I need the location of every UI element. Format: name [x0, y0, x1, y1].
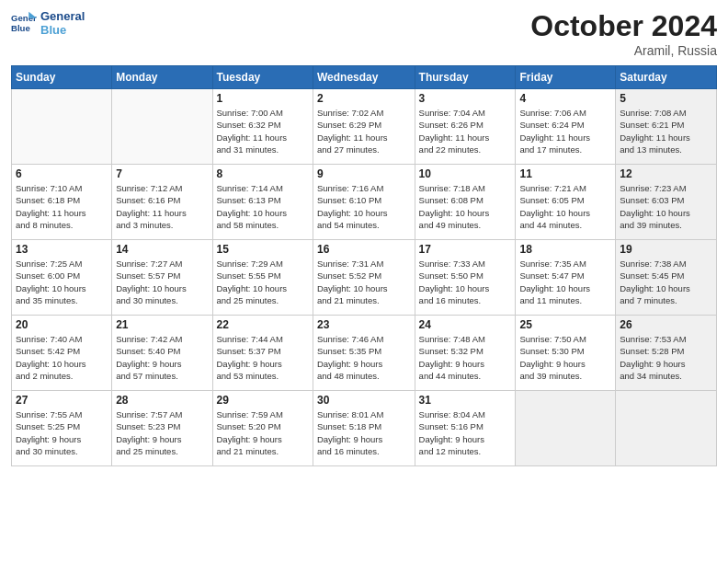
day-detail: Sunrise: 7:06 AM Sunset: 6:24 PM Dayligh… — [519, 107, 611, 155]
col-saturday: Saturday — [616, 66, 717, 89]
day-cell-4-1: 28Sunrise: 7:57 AM Sunset: 5:23 PM Dayli… — [112, 391, 212, 466]
page: General Blue General Blue October 2024 A… — [0, 0, 728, 563]
day-number: 6 — [16, 167, 108, 180]
day-cell-0-3: 2Sunrise: 7:02 AM Sunset: 6:29 PM Daylig… — [313, 89, 415, 165]
day-detail: Sunrise: 8:04 AM Sunset: 5:16 PM Dayligh… — [419, 408, 512, 457]
day-number: 16 — [317, 243, 411, 256]
day-number: 10 — [419, 167, 512, 180]
logo-icon: General Blue — [11, 10, 37, 36]
day-cell-3-5: 25Sunrise: 7:50 AM Sunset: 5:30 PM Dayli… — [516, 316, 616, 391]
day-detail: Sunrise: 7:18 AM Sunset: 6:08 PM Dayligh… — [419, 182, 512, 231]
day-cell-4-5 — [516, 391, 616, 466]
week-row-3: 13Sunrise: 7:25 AM Sunset: 6:00 PM Dayli… — [12, 240, 717, 316]
day-cell-2-2: 15Sunrise: 7:29 AM Sunset: 5:55 PM Dayli… — [212, 240, 313, 316]
day-detail: Sunrise: 7:46 AM Sunset: 5:35 PM Dayligh… — [317, 333, 411, 382]
day-detail: Sunrise: 7:40 AM Sunset: 5:42 PM Dayligh… — [16, 333, 108, 382]
day-detail: Sunrise: 7:00 AM Sunset: 6:32 PM Dayligh… — [217, 107, 309, 155]
day-cell-3-3: 23Sunrise: 7:46 AM Sunset: 5:35 PM Dayli… — [313, 316, 415, 391]
day-detail: Sunrise: 7:44 AM Sunset: 5:37 PM Dayligh… — [217, 333, 309, 382]
day-cell-2-6: 19Sunrise: 7:38 AM Sunset: 5:45 PM Dayli… — [616, 240, 717, 316]
day-number: 20 — [16, 318, 108, 331]
day-number: 25 — [519, 318, 611, 331]
day-cell-4-6 — [616, 391, 717, 466]
day-detail: Sunrise: 7:57 AM Sunset: 5:23 PM Dayligh… — [116, 408, 208, 457]
day-detail: Sunrise: 7:50 AM Sunset: 5:30 PM Dayligh… — [519, 333, 611, 382]
day-detail: Sunrise: 7:38 AM Sunset: 5:45 PM Dayligh… — [620, 258, 712, 306]
day-cell-1-0: 6Sunrise: 7:10 AM Sunset: 6:18 PM Daylig… — [12, 165, 112, 240]
day-detail: Sunrise: 7:33 AM Sunset: 5:50 PM Dayligh… — [419, 258, 512, 306]
col-tuesday: Tuesday — [212, 66, 313, 89]
day-cell-0-2: 1Sunrise: 7:00 AM Sunset: 6:32 PM Daylig… — [212, 89, 313, 165]
day-number: 2 — [317, 92, 411, 105]
day-cell-4-2: 29Sunrise: 7:59 AM Sunset: 5:20 PM Dayli… — [212, 391, 313, 466]
day-number: 14 — [116, 243, 208, 256]
day-number: 12 — [620, 167, 712, 180]
week-row-2: 6Sunrise: 7:10 AM Sunset: 6:18 PM Daylig… — [12, 165, 717, 240]
day-detail: Sunrise: 7:16 AM Sunset: 6:10 PM Dayligh… — [317, 182, 411, 231]
day-number: 21 — [116, 318, 208, 331]
day-number: 26 — [620, 318, 712, 331]
day-detail: Sunrise: 7:12 AM Sunset: 6:16 PM Dayligh… — [116, 182, 208, 231]
day-cell-0-0 — [12, 89, 112, 165]
day-cell-1-2: 8Sunrise: 7:14 AM Sunset: 6:13 PM Daylig… — [212, 165, 313, 240]
day-number: 31 — [419, 394, 512, 407]
day-number: 30 — [317, 394, 411, 407]
day-cell-1-4: 10Sunrise: 7:18 AM Sunset: 6:08 PM Dayli… — [415, 165, 516, 240]
col-thursday: Thursday — [415, 66, 516, 89]
day-number: 15 — [217, 243, 309, 256]
day-detail: Sunrise: 7:59 AM Sunset: 5:20 PM Dayligh… — [217, 408, 309, 457]
svg-text:Blue: Blue — [11, 23, 30, 33]
day-detail: Sunrise: 7:53 AM Sunset: 5:28 PM Dayligh… — [620, 333, 712, 382]
col-sunday: Sunday — [12, 66, 112, 89]
day-cell-3-1: 21Sunrise: 7:42 AM Sunset: 5:40 PM Dayli… — [112, 316, 212, 391]
col-monday: Monday — [112, 66, 212, 89]
calendar-table: Sunday Monday Tuesday Wednesday Thursday… — [11, 65, 717, 466]
day-detail: Sunrise: 7:25 AM Sunset: 6:00 PM Dayligh… — [16, 258, 108, 306]
day-number: 29 — [217, 394, 309, 407]
day-number: 7 — [116, 167, 208, 180]
day-cell-0-4: 3Sunrise: 7:04 AM Sunset: 6:26 PM Daylig… — [415, 89, 516, 165]
day-number: 1 — [217, 92, 309, 105]
day-number: 13 — [16, 243, 108, 256]
day-number: 8 — [217, 167, 309, 180]
day-cell-3-2: 22Sunrise: 7:44 AM Sunset: 5:37 PM Dayli… — [212, 316, 313, 391]
day-cell-2-5: 18Sunrise: 7:35 AM Sunset: 5:47 PM Dayli… — [516, 240, 616, 316]
day-detail: Sunrise: 7:04 AM Sunset: 6:26 PM Dayligh… — [419, 107, 512, 155]
day-detail: Sunrise: 7:42 AM Sunset: 5:40 PM Dayligh… — [116, 333, 208, 382]
day-cell-0-1 — [112, 89, 212, 165]
day-number: 27 — [16, 394, 108, 407]
day-detail: Sunrise: 7:31 AM Sunset: 5:52 PM Dayligh… — [317, 258, 411, 306]
day-cell-1-6: 12Sunrise: 7:23 AM Sunset: 6:03 PM Dayli… — [616, 165, 717, 240]
day-number: 24 — [419, 318, 512, 331]
day-number: 9 — [317, 167, 411, 180]
header: General Blue General Blue October 2024 A… — [11, 9, 717, 58]
location: Aramil, Russia — [530, 43, 717, 58]
day-number: 4 — [519, 92, 611, 105]
day-cell-3-6: 26Sunrise: 7:53 AM Sunset: 5:28 PM Dayli… — [616, 316, 717, 391]
day-number: 19 — [620, 243, 712, 256]
day-detail: Sunrise: 7:14 AM Sunset: 6:13 PM Dayligh… — [217, 182, 309, 231]
day-cell-2-1: 14Sunrise: 7:27 AM Sunset: 5:57 PM Dayli… — [112, 240, 212, 316]
day-cell-2-0: 13Sunrise: 7:25 AM Sunset: 6:00 PM Dayli… — [12, 240, 112, 316]
day-detail: Sunrise: 7:35 AM Sunset: 5:47 PM Dayligh… — [519, 258, 611, 306]
month-title: October 2024 — [530, 9, 717, 43]
day-cell-1-5: 11Sunrise: 7:21 AM Sunset: 6:05 PM Dayli… — [516, 165, 616, 240]
logo-subtext: Blue — [40, 23, 85, 37]
day-detail: Sunrise: 7:02 AM Sunset: 6:29 PM Dayligh… — [317, 107, 411, 155]
day-cell-3-0: 20Sunrise: 7:40 AM Sunset: 5:42 PM Dayli… — [12, 316, 112, 391]
day-number: 3 — [419, 92, 512, 105]
day-number: 5 — [620, 92, 712, 105]
day-detail: Sunrise: 7:27 AM Sunset: 5:57 PM Dayligh… — [116, 258, 208, 306]
calendar-header-row: Sunday Monday Tuesday Wednesday Thursday… — [12, 66, 717, 89]
day-cell-0-5: 4Sunrise: 7:06 AM Sunset: 6:24 PM Daylig… — [516, 89, 616, 165]
logo: General Blue General Blue — [11, 9, 85, 37]
week-row-5: 27Sunrise: 7:55 AM Sunset: 5:25 PM Dayli… — [12, 391, 717, 466]
day-cell-0-6: 5Sunrise: 7:08 AM Sunset: 6:21 PM Daylig… — [616, 89, 717, 165]
day-cell-1-3: 9Sunrise: 7:16 AM Sunset: 6:10 PM Daylig… — [313, 165, 415, 240]
day-cell-4-4: 31Sunrise: 8:04 AM Sunset: 5:16 PM Dayli… — [415, 391, 516, 466]
day-number: 28 — [116, 394, 208, 407]
day-detail: Sunrise: 7:21 AM Sunset: 6:05 PM Dayligh… — [519, 182, 611, 231]
day-cell-2-3: 16Sunrise: 7:31 AM Sunset: 5:52 PM Dayli… — [313, 240, 415, 316]
day-detail: Sunrise: 7:10 AM Sunset: 6:18 PM Dayligh… — [16, 182, 108, 231]
day-detail: Sunrise: 7:23 AM Sunset: 6:03 PM Dayligh… — [620, 182, 712, 231]
